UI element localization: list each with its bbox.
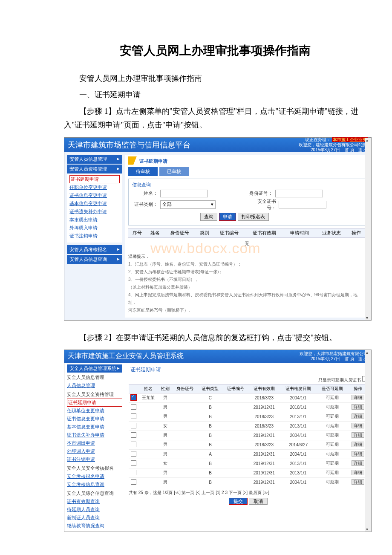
detail-button[interactable]: 详细 bbox=[352, 451, 364, 457]
sidebar-item[interactable]: 证书有效期查询 bbox=[67, 497, 122, 506]
sidebar-item[interactable]: 安全考核报名申请 bbox=[67, 472, 122, 480]
print-button[interactable]: 打印报名表 bbox=[238, 213, 269, 221]
row-checkbox[interactable] bbox=[131, 432, 136, 438]
group-title: 安全人员信息管理 bbox=[67, 374, 122, 381]
date-text: 2015年3月27日 bbox=[311, 147, 340, 152]
sidebar-item[interactable]: 人员信息管理 bbox=[67, 382, 122, 390]
screenshot-1: 天津市建筑市场监管与信用信息平台 现正在办理： 本市施工企业业务 欢迎您，建经建… bbox=[64, 137, 372, 321]
doc-title: 安管人员网上办理审批事项操作指南 bbox=[64, 43, 366, 59]
cell bbox=[223, 412, 248, 421]
col bbox=[129, 384, 138, 393]
row-checkbox[interactable] bbox=[131, 395, 136, 400]
sidebar-item[interactable]: 本市调出申请 bbox=[69, 216, 120, 224]
cell bbox=[138, 459, 158, 468]
table-row: 男B2018/3/232013/1/1可延期详细 bbox=[129, 412, 368, 421]
scrollbar[interactable] bbox=[365, 350, 371, 532]
sidebar-item[interactable]: 证书遗失补办申请 bbox=[69, 208, 120, 216]
cell bbox=[223, 468, 248, 477]
detail-button[interactable]: 详细 bbox=[352, 404, 364, 410]
sidebar-item[interactable]: 证书注销申请 bbox=[69, 232, 120, 240]
table-row: 男B2019/12/312004/1/1可延期详细 bbox=[129, 431, 368, 440]
sidebar-item[interactable]: 任职单位变更申请 bbox=[67, 407, 122, 415]
row-checkbox[interactable] bbox=[131, 460, 136, 466]
panel-title: 证书延期申请 bbox=[128, 156, 365, 167]
sidebar-hdr-qual[interactable]: 安管人员资格管理 bbox=[67, 165, 122, 173]
submit-button[interactable]: 提交 bbox=[229, 498, 248, 505]
sidebar-list: 证书延期申请 任职单位变更申请 证书信息变更申请 基本信息变更申请 证书遗失补办… bbox=[67, 174, 122, 243]
sidebar-hdr-exam[interactable]: 安管人员考核报名 bbox=[67, 245, 122, 254]
row-checkbox[interactable] bbox=[131, 442, 136, 447]
cell: 2004/1/1 bbox=[280, 431, 317, 440]
tab-pending[interactable]: 待审核 bbox=[128, 167, 158, 176]
cell: 可延期 bbox=[317, 402, 348, 412]
sidebar-hdr-info[interactable]: 安管人员信息管理 bbox=[67, 155, 122, 164]
sidebar-item[interactable]: 安全考核信息查询 bbox=[67, 480, 122, 489]
detail-button[interactable]: 详细 bbox=[352, 432, 364, 438]
tab-reviewed[interactable]: 已审核 bbox=[159, 167, 189, 176]
cell: C bbox=[198, 393, 223, 402]
detail-button[interactable]: 详细 bbox=[352, 413, 364, 419]
cell bbox=[138, 421, 158, 431]
col: 证书核发日期 bbox=[280, 384, 317, 393]
sidebar-item[interactable]: 待延期人员查询 bbox=[67, 506, 122, 514]
sidebar-item[interactable]: 新制证人员查询 bbox=[67, 514, 122, 522]
input-id[interactable] bbox=[275, 190, 323, 197]
detail-button[interactable]: 详细 bbox=[352, 423, 364, 428]
cancel-button[interactable]: 取消 bbox=[249, 498, 268, 505]
sidebar-hdr-query[interactable]: 安管人员信息查询 bbox=[67, 255, 122, 264]
detail-button[interactable]: 详细 bbox=[352, 442, 364, 447]
col: 类别 bbox=[196, 228, 213, 237]
cell: 2018/3/23 bbox=[248, 440, 280, 449]
table-row: 男B2018/3/232014/6/27可延期详细 bbox=[129, 440, 368, 449]
col: 证书编号 bbox=[213, 228, 245, 237]
sidebar-item[interactable]: 证书信息变更申请 bbox=[67, 415, 122, 423]
detail-button[interactable]: 详细 bbox=[352, 470, 364, 475]
sidebar-item[interactable]: 任职单位变更申请 bbox=[69, 183, 120, 191]
cell: B bbox=[198, 468, 223, 477]
home-link[interactable]: 首 页 bbox=[345, 147, 355, 152]
cell: 男 bbox=[158, 468, 172, 477]
row-checkbox[interactable] bbox=[131, 413, 136, 419]
sidebar-item[interactable]: 证书注销申请 bbox=[67, 455, 122, 463]
sidebar-item-extend[interactable]: 证书延期申请 bbox=[67, 399, 122, 407]
input-name[interactable] bbox=[160, 190, 208, 197]
table-row: 男A2019/12/312004/1/1可延期详细 bbox=[129, 449, 368, 459]
select-type[interactable]: 全部▾ bbox=[160, 200, 216, 209]
cell bbox=[172, 402, 198, 412]
query-button[interactable]: 查询 bbox=[200, 213, 217, 221]
sidebar-item[interactable]: 证书信息变更申请 bbox=[69, 191, 120, 199]
detail-button[interactable]: 详细 bbox=[352, 395, 364, 400]
sidebar-item[interactable]: 证书遗失补办申请 bbox=[67, 431, 122, 439]
now-label: 现正在办理： bbox=[305, 137, 331, 142]
lbl-cert: 安全证书号： bbox=[251, 198, 276, 211]
detail-button[interactable]: 详细 bbox=[352, 460, 364, 466]
screenshot-2: 天津市建筑施工企业安管人员管理系统 欢迎您，天津市易宏拓建筑有限公司 2015年… bbox=[64, 350, 372, 532]
row-checkbox[interactable] bbox=[131, 404, 136, 410]
cell: B bbox=[198, 440, 223, 449]
row-checkbox[interactable] bbox=[131, 451, 136, 457]
table-row: 男B2019/12/312004/1/1可延期详细 bbox=[129, 477, 368, 487]
row-checkbox[interactable] bbox=[131, 479, 136, 485]
main-panel: 证书延期申请 只显示可延期人员证书 姓名性别身份证号证书类型证书编号证书有效期证… bbox=[125, 363, 371, 532]
sidebar-item[interactable]: 基本信息变更申请 bbox=[69, 199, 120, 208]
group-title: 安全人员安全考核报名 bbox=[67, 465, 122, 471]
cell bbox=[138, 477, 158, 487]
sidebar-item[interactable]: 本市调出申请 bbox=[67, 439, 122, 447]
apply-button[interactable]: 申请 bbox=[219, 213, 236, 221]
cell: 可延期 bbox=[317, 440, 348, 449]
table-row: 王某某男C2018/3/232004/1/1可延期详细 bbox=[129, 393, 368, 402]
sidebar-item[interactable]: 基本信息变更申请 bbox=[67, 423, 122, 431]
row-checkbox[interactable] bbox=[131, 470, 136, 475]
sidebar-item[interactable]: 继续教育情况查询 bbox=[67, 522, 122, 530]
scrollbar[interactable] bbox=[365, 138, 371, 320]
sidebar-hdr[interactable]: 安全人员信息管理系统 bbox=[67, 364, 122, 373]
input-cert[interactable] bbox=[279, 201, 326, 208]
home-link[interactable]: 首 页 bbox=[345, 356, 355, 361]
detail-button[interactable]: 详细 bbox=[352, 479, 364, 485]
row-checkbox[interactable] bbox=[131, 423, 136, 428]
pager[interactable]: 共有 25 条，这是 1/3页 [≪] 第一页 [<] 上一页 [1] 2 3 … bbox=[129, 490, 368, 496]
sidebar-item-extend[interactable]: 证书延期申请 bbox=[69, 175, 120, 183]
cell bbox=[172, 468, 198, 477]
sidebar-item[interactable]: 外埠调入申请 bbox=[69, 224, 120, 232]
sidebar-item[interactable]: 外埠调入申请 bbox=[67, 447, 122, 455]
